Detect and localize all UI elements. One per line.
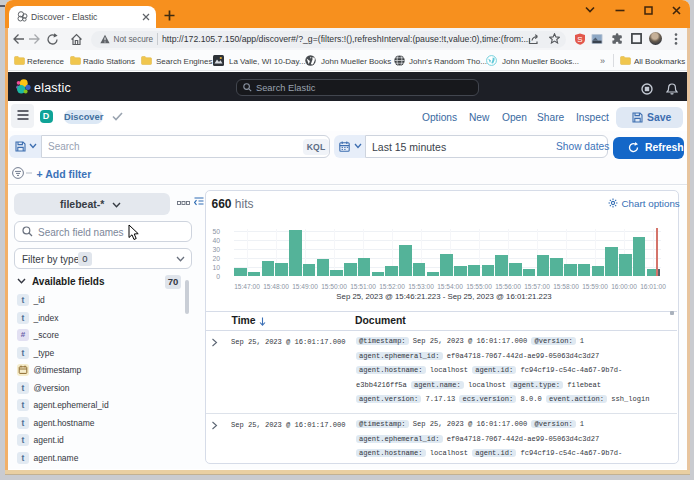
svg-text:S: S [577, 35, 582, 44]
